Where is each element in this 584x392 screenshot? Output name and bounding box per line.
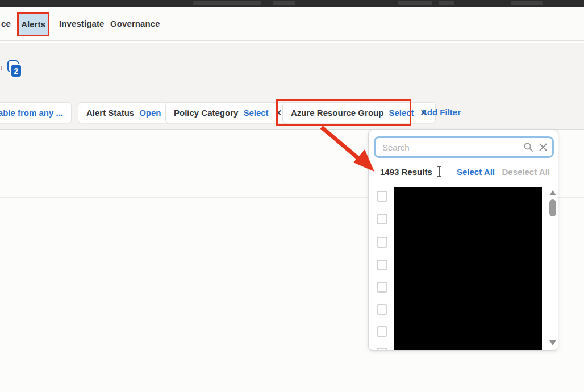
option-checkbox[interactable] (377, 304, 387, 315)
filter-label: Azure Resource Group (291, 108, 383, 118)
azure-resource-group-dropdown: 1493 Results Select All Deselect All (368, 130, 558, 351)
cutoff-text: u (0, 64, 2, 72)
option-checkbox[interactable] (377, 326, 387, 337)
nav-tab-compliance-cutoff[interactable]: ce (1, 7, 11, 40)
filter-chip-alert-status[interactable]: Alert Status Open (78, 102, 170, 123)
nav-tab-alerts-highlighted[interactable]: Alerts (17, 12, 49, 36)
saved-views-badge[interactable]: 2 (7, 60, 23, 78)
text-cursor-ibeam (436, 165, 442, 178)
option-checkbox[interactable] (377, 282, 387, 293)
option-checkbox[interactable] (377, 191, 387, 202)
nav-tab-governance[interactable]: Governance (110, 7, 160, 40)
browser-topbar-redacted (0, 0, 584, 7)
main-navbar: ce Alerts Investigate Governance (0, 7, 584, 41)
filter-chip-reachable[interactable]: chable from any ... (0, 102, 72, 123)
topbar-segment (273, 1, 295, 5)
scroll-up-icon[interactable] (549, 190, 556, 195)
option-checkbox[interactable] (377, 214, 387, 224)
filter-chip-text: chable from any ... (0, 108, 63, 118)
redacted-option-labels (394, 187, 542, 351)
filter-chip-policy-category[interactable]: Policy Category Select ✕ (165, 102, 290, 123)
scroll-down-icon[interactable] (549, 340, 556, 345)
select-all-button[interactable]: Select All (457, 167, 495, 177)
filter-value[interactable]: Open (139, 108, 161, 118)
filter-value[interactable]: Select (243, 108, 268, 118)
dropdown-search (374, 136, 554, 158)
option-checkbox[interactable] (377, 348, 387, 351)
search-icon (523, 142, 533, 152)
filter-chip-azure-resource-group[interactable]: Azure Resource Group Select ✕ (282, 102, 436, 123)
badge-count: 2 (10, 64, 22, 78)
topbar-segment (193, 1, 261, 5)
dropdown-options-list (369, 185, 558, 351)
deselect-all-button-disabled: Deselect All (502, 167, 550, 177)
add-filter-button[interactable]: Add Filter (421, 107, 461, 117)
nav-tab-investigate[interactable]: Investigate (59, 7, 104, 40)
remove-filter-icon[interactable]: ✕ (275, 108, 282, 118)
clear-search-icon[interactable] (538, 142, 548, 152)
dropdown-actions-row: 1493 Results Select All Deselect All (369, 165, 558, 179)
topbar-segment (398, 1, 432, 5)
topbar-segment (511, 1, 543, 5)
filter-value[interactable]: Select (389, 108, 414, 118)
topbar-segment (439, 1, 454, 5)
filter-label: Alert Status (86, 108, 134, 118)
option-checkbox[interactable] (377, 237, 387, 248)
option-checkbox[interactable] (377, 260, 387, 270)
filter-label: Policy Category (174, 108, 238, 118)
app-screen: ce Alerts Investigate Governance u 2 cha… (0, 0, 584, 392)
dropdown-scrollbar[interactable] (549, 189, 557, 347)
results-count: 1493 Results (380, 167, 432, 177)
scrollbar-thumb[interactable] (549, 199, 556, 216)
